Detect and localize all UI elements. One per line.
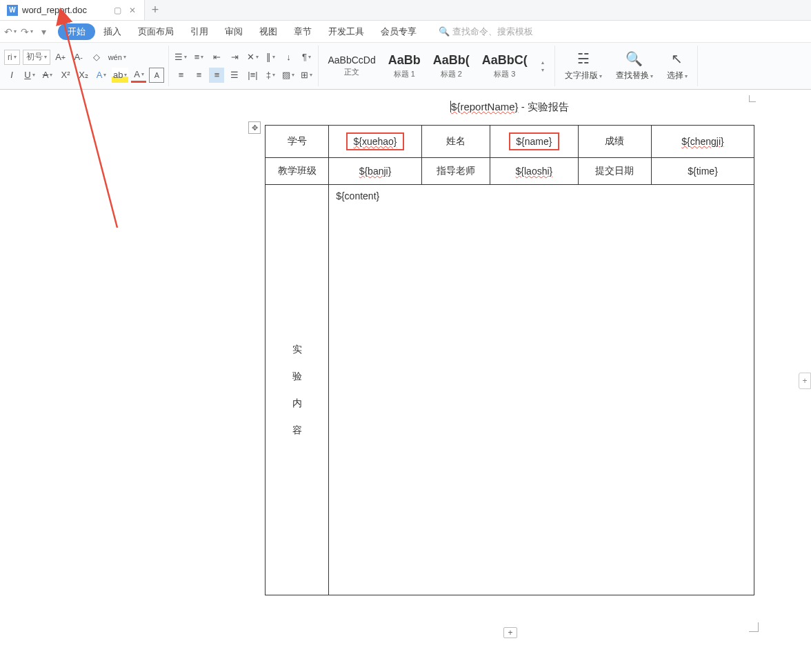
style-normal[interactable]: AaBbCcDd 正文 [323,52,380,79]
font-color-button[interactable]: A▾ [131,68,146,83]
underline-button[interactable]: U▾ [22,68,37,83]
strikethrough-button[interactable]: A▾ [40,68,55,83]
cell-content-value[interactable]: ${content} [329,185,754,595]
find-replace-button[interactable]: 🔍 查找替换▾ [610,46,659,86]
show-marks-button[interactable]: ¶▾ [299,50,314,65]
undo-button[interactable]: ↶▾ [3,24,18,39]
align-left-button[interactable]: ≡ [173,68,188,83]
align-right-button[interactable]: ≡ [209,68,224,83]
page-container[interactable]: ✥ ${reportName} - 实验报告 学号 ${xuehao} 姓名 $… [175,90,811,672]
tab-page-layout[interactable]: 页面布局 [130,23,182,41]
cell-name-value[interactable]: ${name} [490,126,579,158]
increase-font-button[interactable]: A+ [53,50,68,65]
bullet-list-button[interactable]: ☰▾ [173,50,188,65]
cell-content-label[interactable]: 实 验 内 容 [266,185,329,595]
styles-group: AaBbCcDd 正文 AaBb 标题 1 AaBb( 标题 2 AaBbC( … [319,46,554,86]
paragraph-group: ☰▾ ≡▾ ⇤ ⇥ ✕▾ ‖▾ ↓ ¶▾ ≡ ≡ ≡ ☰ |≡| ‡▾ ▨▾ ⊞… [169,46,319,86]
search-placeholder: 查找命令、搜索模板 [452,26,533,38]
char-scale-button[interactable]: ✕▾ [245,50,260,65]
text-effects-button[interactable]: A▾ [94,68,109,83]
cell-class-label[interactable]: 教学班级 [266,158,329,185]
menu-tabs: 开始 插入 页面布局 引用 审阅 视图 章节 开发工具 会员专享 [58,23,425,41]
decrease-indent-button[interactable]: ⇤ [209,50,224,65]
menubar: ↶▾ ↷▾ ▾ 开始 插入 页面布局 引用 审阅 视图 章节 开发工具 会员专享… [0,21,811,43]
report-table[interactable]: 学号 ${xuehao} 姓名 ${name} 成绩 ${chengji} 教学… [265,125,754,595]
distribute-button[interactable]: |≡| [245,68,260,83]
table-row[interactable]: 学号 ${xuehao} 姓名 ${name} 成绩 ${chengji} [266,126,754,158]
cell-student-id-label[interactable]: 学号 [266,126,329,158]
redo-button[interactable]: ↷▾ [19,24,34,39]
numbered-list-button[interactable]: ≡▾ [191,50,206,65]
find-icon: 🔍 [625,50,643,67]
present-icon[interactable]: ▢ [112,6,122,15]
superscript-button[interactable]: X² [58,68,73,83]
new-tab-button[interactable]: + [145,0,166,20]
tab-dev-tools[interactable]: 开发工具 [320,23,372,41]
tab-sections[interactable]: 章节 [286,23,320,41]
titlebar: W word_report.doc ▢ ✕ + [0,0,811,21]
close-tab-icon[interactable]: ✕ [128,6,137,15]
increase-indent-button[interactable]: ⇥ [227,50,242,65]
cell-student-id-value[interactable]: ${xuehao} [329,126,422,158]
command-search[interactable]: 🔍 查找命令、搜索模板 [439,26,533,38]
clear-format-button[interactable]: ◇ [89,50,104,65]
highlight-button[interactable]: ab▾ [112,68,128,83]
table-row[interactable]: 教学班级 ${banji} 指导老师 ${laoshi} 提交日期 ${time… [266,158,754,185]
font-size-selector[interactable]: 初号▾ [23,50,50,65]
sort-button[interactable]: ↓ [281,50,296,65]
style-heading1[interactable]: AaBb 标题 1 [383,51,425,81]
document-tab-title: word_report.doc [22,5,107,15]
char-border-button[interactable]: A [149,68,164,83]
cell-date-value[interactable]: ${time} [652,158,754,185]
tab-insert[interactable]: 插入 [95,23,130,41]
table-move-handle[interactable]: ✥ [248,121,261,134]
text-layout-icon: ☵ [577,50,590,67]
cell-teacher-label[interactable]: 指导老师 [421,158,490,185]
phonetic-guide-button[interactable]: wén▾ [107,50,128,65]
cell-grade-label[interactable]: 成绩 [578,126,651,158]
tab-references[interactable]: 引用 [182,23,217,41]
side-expand-button[interactable]: + [799,373,811,389]
text-layout-button[interactable]: ☵ 文字排版▾ [559,46,608,86]
word-doc-icon: W [7,5,18,16]
tab-start[interactable]: 开始 [58,23,95,40]
styles-more-button[interactable]: ▴▾ [535,59,550,74]
align-justify-button[interactable]: ☰ [227,68,242,83]
borders-button[interactable]: ⊞▾ [299,68,314,83]
page-corner-mark [749,95,756,102]
quick-access-toolbar: ↶▾ ↷▾ ▾ [3,24,51,39]
decrease-font-button[interactable]: A- [71,50,86,65]
cursor-icon: ↖ [671,50,683,67]
table-row[interactable]: 实 验 内 容 ${content} [266,185,754,595]
style-heading2[interactable]: AaBb( 标题 2 [428,51,474,81]
tab-view[interactable]: 视图 [251,23,286,41]
line-spacing-button[interactable]: ‖▾ [263,50,278,65]
subscript-button[interactable]: X₂ [76,68,91,83]
tools-group: ☵ 文字排版▾ 🔍 查找替换▾ ↖ 选择▾ [555,46,698,86]
style-heading3[interactable]: AaBbC( 标题 3 [477,51,532,81]
qat-dropdown[interactable]: ▾ [36,24,51,39]
font-group: ri▾ 初号▾ A+ A- ◇ wén▾ I U▾ A▾ X² X₂ A▾ ab… [0,46,169,86]
left-pane [0,90,175,672]
tab-member[interactable]: 会员专享 [372,23,425,41]
cell-name-label[interactable]: 姓名 [421,126,490,158]
italic-button[interactable]: I [4,68,19,83]
tab-review[interactable]: 审阅 [217,23,251,41]
add-row-button[interactable]: + [503,627,517,638]
cell-teacher-value[interactable]: ${laoshi} [490,158,579,185]
line-height-button[interactable]: ‡▾ [263,68,278,83]
cell-grade-value[interactable]: ${chengji} [652,126,754,158]
font-name-selector[interactable]: ri▾ [4,50,20,65]
shading-button[interactable]: ▨▾ [281,68,296,83]
document-tab[interactable]: W word_report.doc ▢ ✕ [0,0,145,20]
document-page: ${reportName} - 实验报告 学号 ${xuehao} 姓名 ${n… [265,97,754,595]
search-icon: 🔍 [439,26,450,37]
document-title[interactable]: ${reportName} - 实验报告 [265,97,754,125]
cell-date-label[interactable]: 提交日期 [578,158,651,185]
cell-class-value[interactable]: ${banji} [329,158,422,185]
select-button[interactable]: ↖ 选择▾ [661,46,693,86]
table-resize-handle[interactable] [749,622,759,632]
ribbon: ri▾ 初号▾ A+ A- ◇ wén▾ I U▾ A▾ X² X₂ A▾ ab… [0,43,811,90]
align-center-button[interactable]: ≡ [191,68,206,83]
document-area: ✥ ${reportName} - 实验报告 学号 ${xuehao} 姓名 $… [0,90,811,672]
